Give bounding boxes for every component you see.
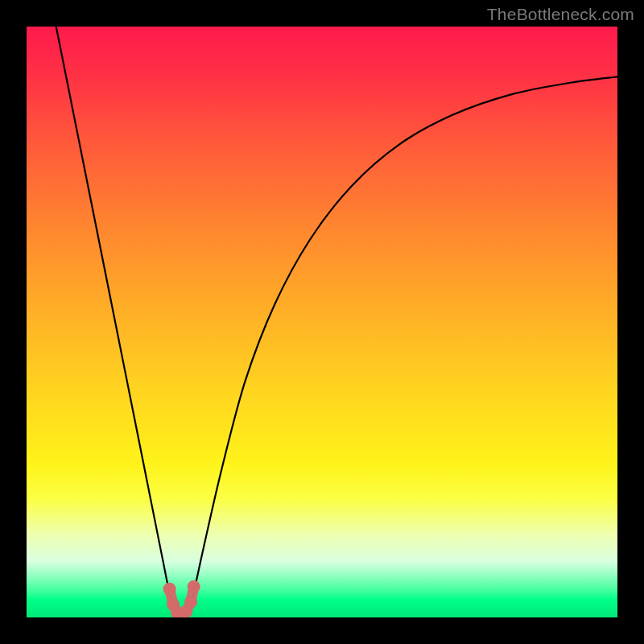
- plot-area: [27, 27, 617, 617]
- svg-point-0: [163, 583, 176, 596]
- bottleneck-curve-line: [56, 27, 617, 617]
- svg-point-6: [188, 580, 200, 593]
- chart-svg: [27, 27, 617, 617]
- optimal-zone-marker: [163, 580, 200, 617]
- svg-point-5: [184, 596, 197, 609]
- chart-frame: TheBottleneck.com: [0, 0, 644, 644]
- watermark-text: TheBottleneck.com: [487, 5, 634, 24]
